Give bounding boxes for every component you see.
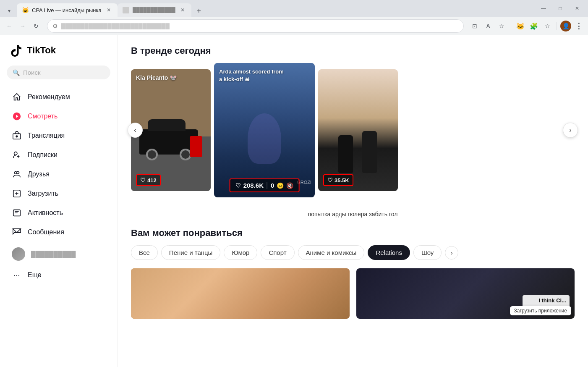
- extensions-button[interactable]: 🐱: [515, 20, 526, 32]
- like-badge-3: ♡ 35.5K: [323, 174, 353, 186]
- category-humor[interactable]: Юмор: [224, 245, 257, 260]
- translate-button[interactable]: A: [482, 20, 494, 32]
- profile-avatar[interactable]: 👤: [560, 21, 571, 31]
- nav-item-user[interactable]: ██████████: [7, 243, 110, 265]
- menu-button[interactable]: ⋮: [573, 20, 585, 32]
- trending-carousel: ‹ Kia Picanto 🐭: [131, 63, 575, 197]
- video-thumb-1: Kia Picanto 🐭 ♡ 412: [131, 69, 211, 191]
- tab-cpalive[interactable]: 🐱 CPA Live — инсайды рынка ✕: [17, 3, 118, 17]
- video-cards: Kia Picanto 🐭 ♡ 412 Arda almost scored f…: [131, 63, 575, 197]
- sidebar: TikTok 🔍 Поиск Рекомендуем: [0, 35, 118, 367]
- tab-second[interactable]: ████████████ ✕: [118, 3, 191, 17]
- separator2: [557, 22, 557, 30]
- divider: [267, 182, 267, 189]
- heart-icon-2: ♡: [235, 182, 241, 189]
- category-all[interactable]: Все: [131, 245, 158, 260]
- tab-title-2: ████████████: [133, 7, 175, 13]
- video-overlay-text-1: Kia Picanto 🐭: [136, 74, 177, 81]
- tiktok-logo-icon: [10, 44, 24, 57]
- browser-controls-bar: ← → ↻ ⚙ ████████████████████████████ ⊡ A…: [0, 17, 588, 35]
- upload-icon: [12, 189, 22, 199]
- carousel-prev-button[interactable]: ‹: [128, 123, 143, 138]
- nav-item-friends[interactable]: Друзья: [7, 165, 110, 184]
- tab-favicon-2: [123, 7, 129, 13]
- search-icon: 🔍: [13, 69, 20, 76]
- favorites-button[interactable]: ☆: [541, 20, 553, 32]
- video-overlay-text-2: Arda almost scored froma kick-off ☠: [219, 68, 284, 83]
- logo: TikTok: [7, 44, 110, 57]
- bottom-video-2[interactable]: I think Ci... had better days Загрузить …: [356, 268, 575, 319]
- activity-icon: [12, 208, 22, 218]
- comment-count: 0: [271, 182, 274, 189]
- nav-item-upload[interactable]: Загрузить: [7, 184, 110, 203]
- search-bar[interactable]: 🔍 Поиск: [7, 66, 110, 79]
- sound-icon: 🔇: [286, 182, 293, 189]
- nav-item-messages[interactable]: Сообщения: [7, 223, 110, 241]
- carousel-next-button[interactable]: ›: [563, 123, 578, 138]
- nav-label-friends: Друзья: [28, 170, 50, 178]
- live-icon: [12, 131, 22, 141]
- tab-title-1: CPA Live — инсайды рынка: [32, 7, 102, 13]
- nav-more[interactable]: ··· Еще: [7, 266, 110, 284]
- nav-item-follow[interactable]: Подписки: [7, 146, 110, 164]
- svg-point-4: [14, 152, 17, 155]
- category-anime[interactable]: Аниме и комиксы: [298, 245, 365, 260]
- category-dance[interactable]: Пение и танцы: [161, 245, 221, 260]
- like-count-3: 35.5K: [335, 177, 349, 184]
- messages-icon: [12, 227, 22, 237]
- address-bar[interactable]: ⚙ ████████████████████████████: [47, 19, 464, 33]
- car-body: [139, 129, 198, 155]
- car-red-part: [190, 136, 202, 157]
- svg-point-3: [16, 136, 18, 137]
- app-promo[interactable]: Загрузить приложение: [510, 306, 571, 315]
- tabs-area: ▾ 🐱 CPA Live — инсайды рынка ✕ █████████…: [0, 0, 533, 17]
- like-badge-1: ♡ 412: [136, 174, 161, 186]
- tab-close-2[interactable]: ✕: [179, 6, 186, 14]
- bookmark-button[interactable]: ☆: [496, 20, 507, 32]
- more-label: Еще: [28, 271, 42, 279]
- separator: [511, 22, 511, 30]
- minimize-button[interactable]: —: [539, 4, 548, 13]
- friends-icon: [12, 169, 22, 179]
- home-icon: [12, 92, 22, 102]
- video-card-1[interactable]: Kia Picanto 🐭 ♡ 412: [131, 69, 211, 191]
- search-placeholder: Поиск: [23, 69, 41, 76]
- nav-item-home[interactable]: Рекомендуем: [7, 88, 110, 106]
- category-relations[interactable]: Relations: [368, 245, 410, 260]
- emoji-face: 😐: [277, 182, 284, 189]
- browser-top-bar: ▾ 🐱 CPA Live — инсайды рынка ✕ █████████…: [0, 0, 588, 17]
- trending-title: В тренде сегодня: [131, 45, 575, 56]
- back-button[interactable]: ←: [3, 20, 15, 32]
- profile-extensions-button[interactable]: 🧩: [528, 20, 540, 32]
- video-card-3[interactable]: ♡ 35.5K: [318, 69, 398, 191]
- category-show[interactable]: Шоу: [413, 245, 442, 260]
- nav-item-activity[interactable]: Активность: [7, 204, 110, 222]
- bottom-video-1[interactable]: [131, 268, 350, 319]
- video-card-2[interactable]: Arda almost scored froma kick-off ☠ GROZ…: [214, 63, 315, 197]
- new-tab-button[interactable]: +: [193, 5, 205, 17]
- legs-bg: [318, 69, 398, 191]
- category-sport[interactable]: Спорт: [261, 245, 294, 260]
- maximize-button[interactable]: □: [556, 4, 564, 13]
- car-scene: [131, 69, 211, 191]
- tab-close-1[interactable]: ✕: [105, 6, 112, 14]
- svg-point-6: [17, 172, 19, 174]
- explore-icon: [12, 111, 22, 121]
- car-wheel-left: [146, 149, 158, 160]
- app-container: TikTok 🔍 Поиск Рекомендуем: [0, 35, 588, 367]
- forward-button[interactable]: →: [17, 20, 29, 32]
- nav-label-messages: Сообщения: [28, 228, 64, 236]
- address-content: ████████████████████████████: [61, 23, 458, 29]
- heart-icon-3: ♡: [327, 177, 333, 184]
- categories-more-button[interactable]: ›: [445, 246, 458, 260]
- nav-label-live: Трансляция: [28, 132, 65, 139]
- close-button[interactable]: ✕: [573, 4, 581, 13]
- video-thumb-2: Arda almost scored froma kick-off ☠ GROZ…: [214, 63, 315, 197]
- nav-item-explore[interactable]: Смотреть: [7, 107, 110, 126]
- tab-list-button[interactable]: ▾: [3, 5, 15, 17]
- cast-button[interactable]: ⊡: [469, 20, 481, 32]
- logo-text: TikTok: [27, 45, 56, 56]
- nav-item-live[interactable]: Трансляция: [7, 126, 110, 145]
- categories-section: Все Пение и танцы Юмор Спорт Аниме и ком…: [131, 245, 575, 260]
- refresh-button[interactable]: ↻: [30, 20, 42, 32]
